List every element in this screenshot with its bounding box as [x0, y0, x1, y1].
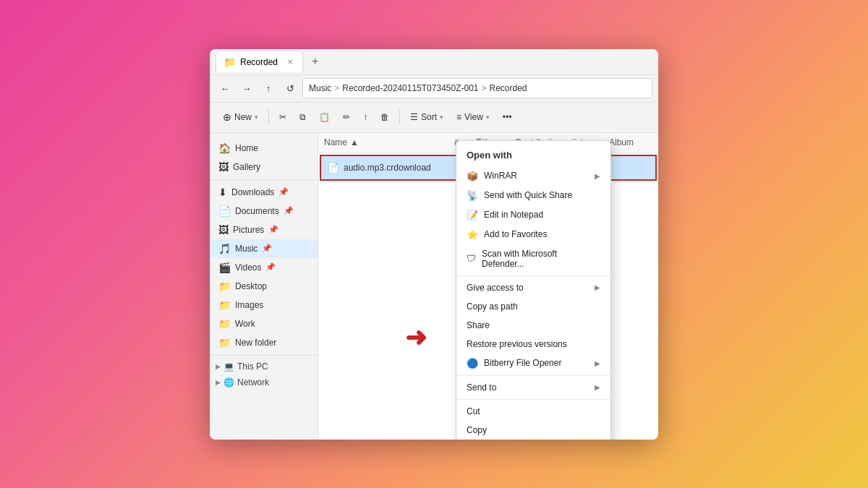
toolbar-sep2	[399, 110, 400, 124]
sort-icon: ☰	[410, 112, 418, 122]
ctx-item-favorites[interactable]: ⭐ Add to Favorites	[456, 225, 610, 244]
sidebar-item-images[interactable]: 📁 Images	[210, 296, 318, 314]
rename-toolbar-button[interactable]: ✏	[337, 109, 356, 125]
sort-label: Sort	[421, 112, 437, 122]
paste-button[interactable]: 📋	[313, 109, 336, 125]
sidebar-item-desktop-label: Desktop	[235, 281, 267, 291]
sidebar-item-videos[interactable]: 🎬 Videos 📌	[210, 258, 318, 277]
address-bar[interactable]: Music > Recorded-20240115T073450Z-001 > …	[302, 78, 652, 98]
sidebar-item-gallery[interactable]: 🖼 Gallery	[210, 158, 318, 176]
sidebar-divider2	[210, 355, 318, 356]
sidebar-item-new-folder[interactable]: 📁 New folder	[210, 333, 318, 352]
ctx-item-cut[interactable]: Cut	[456, 402, 610, 421]
sidebar-group-thispc[interactable]: ▶ 💻 This PC	[210, 359, 318, 374]
addr-sep1: >	[334, 83, 339, 93]
more-icon: •••	[503, 112, 512, 122]
sidebar-item-pictures-label: Pictures	[233, 225, 264, 235]
view-button[interactable]: ≡ View ▾	[451, 109, 495, 125]
toolbar-sep1	[268, 110, 269, 124]
tab-close-button[interactable]: ✕	[285, 57, 295, 67]
copy-toolbar-button[interactable]: ⧉	[294, 109, 312, 125]
sidebar-item-home-label: Home	[235, 143, 258, 153]
sidebar-item-videos-label: Videos	[235, 262, 261, 273]
sort-button[interactable]: ☰ Sort ▾	[404, 109, 449, 125]
network-arrow: ▶	[216, 379, 221, 386]
addr-sep2: >	[482, 83, 487, 93]
pictures-pin: 📌	[268, 225, 278, 234]
more-button[interactable]: •••	[497, 109, 518, 125]
ctx-send-to-label: Send to	[467, 382, 496, 393]
ctx-restore-label: Restore previous versions	[467, 339, 567, 349]
share-toolbar-button[interactable]: ↑	[357, 109, 373, 125]
sidebar-item-documents[interactable]: 📄 Documents 📌	[210, 202, 318, 221]
sidebar-item-downloads-label: Downloads	[231, 187, 274, 197]
ctx-notepad-label: Edit in Notepad	[484, 210, 543, 220]
delete-icon: 🗑	[380, 112, 389, 122]
sidebar-item-work[interactable]: 📁 Work	[210, 314, 318, 333]
sidebar-item-new-folder-label: New folder	[235, 338, 276, 348]
col-album-header: Album	[609, 137, 652, 147]
ctx-item-share[interactable]: Share	[456, 316, 610, 335]
tab-folder-icon: 📁	[224, 56, 236, 68]
addr-current: Recorded	[490, 83, 527, 93]
new-icon: ⊕	[223, 111, 231, 123]
tab-recorded[interactable]: 📁 Recorded ✕	[216, 51, 303, 72]
ctx-share-label: Share	[467, 320, 490, 330]
network-label: Network	[237, 377, 269, 388]
file-document-icon: 📄	[327, 162, 339, 174]
notepad-icon: 📝	[467, 210, 478, 221]
arrow-indicator: ➜	[405, 322, 427, 353]
col-sort-icon: ▲	[350, 137, 359, 147]
sidebar-group-network[interactable]: ▶ 🌐 Network	[210, 374, 318, 390]
ctx-item-bitberry[interactable]: 🔵 Bitberry File Opener ▶	[456, 354, 610, 373]
network-icon: 🌐	[224, 377, 234, 388]
forward-button[interactable]: →	[237, 79, 256, 98]
ctx-item-notepad[interactable]: 📝 Edit in Notepad	[456, 205, 610, 225]
refresh-button[interactable]: ↺	[281, 79, 299, 98]
cut-button[interactable]: ✂	[273, 109, 292, 125]
new-folder-icon: 📁	[218, 337, 231, 348]
desktop-icon: 📁	[218, 281, 231, 292]
col-name-header[interactable]: Name ▲	[324, 137, 454, 147]
sort-arrow: ▾	[440, 114, 443, 121]
file-explorer-window: 📁 Recorded ✕ + ← → ↑ ↺ Music > Recorded-…	[210, 49, 658, 440]
ctx-item-send-to[interactable]: Send to ▶	[456, 378, 610, 397]
paste-icon: 📋	[319, 112, 330, 122]
ctx-item-give-access[interactable]: Give access to ▶	[456, 278, 610, 297]
ctx-favorites-label: Add to Favorites	[484, 229, 547, 239]
delete-toolbar-button[interactable]: 🗑	[375, 109, 395, 125]
sidebar-item-downloads[interactable]: ⬇ Downloads 📌	[210, 183, 318, 202]
ctx-item-quick-share[interactable]: 📡 Send with Quick Share	[456, 186, 610, 205]
ctx-copy-path-label: Copy as path	[467, 301, 518, 312]
sidebar-item-music-label: Music	[235, 244, 258, 254]
images-icon: 📁	[218, 299, 231, 311]
copy-icon: ⧉	[299, 112, 306, 122]
gallery-icon: 🖼	[218, 161, 229, 173]
ctx-sep2	[456, 375, 610, 376]
sidebar-item-pictures[interactable]: 🖼 Pictures 📌	[210, 221, 318, 239]
documents-pin: 📌	[284, 206, 294, 215]
ctx-item-copy-path[interactable]: Copy as path	[456, 297, 610, 316]
context-menu: Open with 📦 WinRAR ▶ 📡 Send with Quick S…	[456, 140, 611, 440]
defender-icon: 🛡	[467, 253, 476, 264]
thispc-label: This PC	[237, 361, 268, 372]
tab-title: Recorded	[240, 57, 278, 67]
documents-icon: 📄	[218, 205, 231, 217]
ctx-item-copy[interactable]: Copy	[456, 421, 610, 440]
favorites-icon: ⭐	[467, 229, 478, 240]
sidebar-item-home[interactable]: 🏠 Home	[210, 139, 318, 158]
rename-icon: ✏	[343, 112, 350, 122]
ctx-item-defender[interactable]: 🛡 Scan with Microsoft Defender...	[456, 244, 610, 273]
new-button[interactable]: ⊕ New ▾	[217, 108, 264, 126]
sidebar-item-images-label: Images	[235, 300, 263, 310]
sidebar-item-desktop[interactable]: 📁 Desktop	[210, 277, 318, 296]
up-button[interactable]: ↑	[259, 79, 278, 98]
ctx-item-restore[interactable]: Restore previous versions	[456, 335, 610, 354]
sidebar-item-music[interactable]: 🎵 Music 📌	[210, 239, 318, 258]
back-button[interactable]: ←	[216, 79, 234, 98]
addr-folder: Recorded-20240115T073450Z-001	[342, 83, 478, 93]
ctx-sep1	[456, 275, 610, 276]
tab-add-button[interactable]: +	[307, 53, 323, 69]
work-icon: 📁	[218, 318, 231, 330]
ctx-item-winrar[interactable]: 📦 WinRAR ▶	[456, 166, 610, 186]
